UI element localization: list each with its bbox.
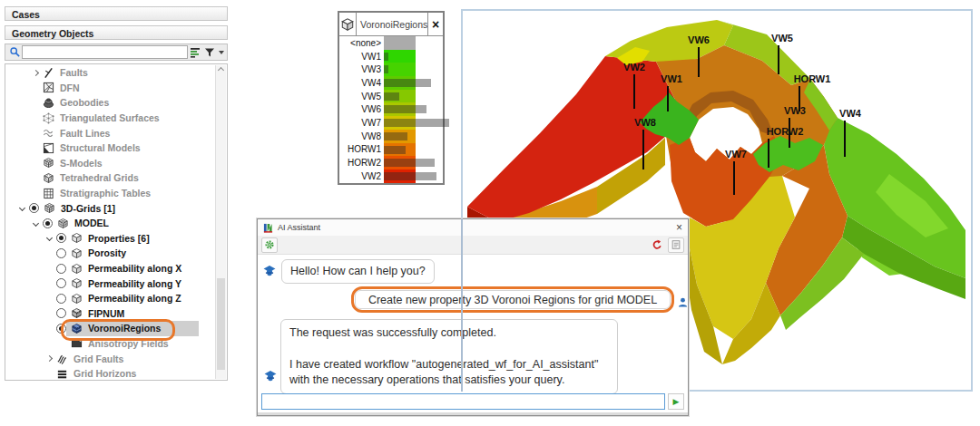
application-window: Cases Geometry Objects Faults DFN (0, 0, 980, 426)
legend-row[interactable]: VW4 (339, 76, 443, 90)
permeability-cube-icon (71, 292, 85, 305)
tree-item-structural-models[interactable]: Structural Models (6, 140, 215, 156)
tree-item-permeability-x[interactable]: Permeability along X (6, 261, 215, 276)
orange-annotation-box: Create new property 3D Voronoi Regions f… (351, 286, 674, 313)
filter-funnel-icon[interactable] (202, 46, 217, 59)
voronoi-cube-icon (71, 322, 85, 334)
legend-histogram-bar (384, 53, 388, 61)
radio-permeability-z[interactable] (56, 294, 66, 304)
scrollbar-thumb[interactable] (217, 278, 225, 369)
show-log-button[interactable] (668, 237, 684, 253)
legend-histogram-bar (384, 92, 399, 101)
user-message-bubble: Create new property 3D Voronoi Regions f… (355, 290, 671, 309)
legend-row[interactable]: VW5 (339, 90, 443, 103)
assistant-cap-icon (263, 370, 278, 383)
radio-properties[interactable] (56, 233, 66, 243)
tree-item-fault-lines[interactable]: Fault Lines (6, 125, 215, 140)
tree-item-grid-faults[interactable]: Grid Faults (6, 351, 215, 366)
undo-icon (652, 239, 662, 250)
scroll-up-icon[interactable] (218, 67, 224, 73)
geobodies-icon (43, 96, 57, 109)
legend-row[interactable]: VW8 (339, 130, 443, 143)
tree-item-stratigraphic-tables[interactable]: Stratigraphic Tables (6, 186, 215, 201)
legend-row[interactable]: <none> (339, 36, 443, 50)
assistant-cap-icon (262, 265, 277, 278)
chevron-down-icon[interactable] (43, 234, 56, 243)
tree-item-s-models[interactable]: S-Models (6, 156, 215, 171)
radio-3d-grids[interactable] (29, 203, 39, 213)
permeability-cube-icon (71, 277, 85, 290)
legend-histogram-bar (384, 119, 449, 127)
stratigraphic-tables-icon (43, 187, 57, 199)
legend-row[interactable]: VW7 (339, 116, 443, 130)
chevron-right-icon[interactable] (43, 354, 56, 363)
settings-gear-button[interactable] (261, 237, 278, 253)
legend-color-swatch (384, 50, 416, 63)
ai-assistant-logo-icon (263, 223, 273, 233)
voronoi-legend-panel: VoronoiRegions × <none> VW1 VW3 VW4 VW5 (338, 11, 445, 185)
legend-cube-icon (339, 13, 357, 35)
result-line: I have created workflow "autogenerated_w… (289, 357, 609, 388)
radio-permeability-x[interactable] (56, 264, 66, 274)
tree-item-permeability-y[interactable]: Permeability along Y (6, 276, 215, 291)
legend-close-icon[interactable]: × (427, 13, 443, 35)
geometry-objects-panel-header[interactable]: Geometry Objects (5, 25, 228, 40)
well-label: HORW2 (767, 126, 804, 137)
radio-fipnum[interactable] (56, 308, 66, 318)
tree-item-model[interactable]: MODEL (6, 216, 215, 231)
legend-header[interactable]: VoronoiRegions × (339, 13, 443, 36)
well-label: VW4 (839, 108, 862, 119)
legend-row[interactable]: HORW2 (339, 156, 443, 169)
tree-item-tetrahedral-grids[interactable]: Tetrahedral Grids (6, 170, 215, 186)
person-icon (677, 296, 689, 308)
tree-scrollbar[interactable] (215, 65, 226, 379)
legend-row[interactable]: VW2 (339, 169, 443, 183)
chevron-down-icon[interactable] (15, 204, 29, 213)
dialog-title-bar[interactable]: AI Assistant × (258, 219, 688, 237)
chat-input[interactable] (261, 393, 665, 410)
well-label: VW3 (784, 105, 806, 116)
tree-item-triangulated-surfaces[interactable]: Triangulated Surfaces (6, 111, 215, 126)
radio-permeability-y[interactable] (56, 278, 66, 288)
cases-panel-header[interactable]: Cases (5, 6, 228, 21)
dialog-bottom-edge (258, 412, 688, 415)
legend-color-swatch (384, 36, 416, 50)
gear-icon (264, 239, 275, 250)
well-label: VW2 (623, 62, 645, 73)
legend-row[interactable]: VW6 (339, 102, 443, 116)
search-input[interactable] (22, 45, 188, 59)
tree-item-3d-grids[interactable]: 3D-Grids [1] (6, 200, 215, 216)
filter-dropdown-icon[interactable] (217, 46, 225, 59)
sort-list-icon[interactable] (188, 46, 202, 59)
reset-conversation-button[interactable] (649, 237, 665, 253)
tree-item-voronoiregions[interactable]: VoronoiRegions (6, 321, 215, 336)
well-label: VW6 (688, 34, 710, 45)
tree-item-grid-horizons[interactable]: Grid Horizons (6, 366, 215, 379)
close-icon[interactable]: × (676, 223, 682, 232)
chevron-right-icon[interactable] (29, 68, 43, 77)
radio-porosity[interactable] (56, 248, 66, 258)
legend-row[interactable]: HORW1 (339, 143, 443, 157)
legend-row[interactable]: VW3 (339, 63, 443, 76)
search-toolbar (5, 44, 228, 61)
legend-row[interactable]: VW1 (339, 50, 443, 63)
radio-voronoiregions[interactable] (56, 324, 66, 334)
structural-models-icon (43, 141, 57, 154)
tree-item-faults[interactable]: Faults (6, 65, 215, 81)
radio-model[interactable] (43, 218, 53, 228)
tree-item-fipnum[interactable]: FIPNUM (6, 306, 215, 322)
fault-lines-icon (43, 127, 57, 140)
assistant-result-bubble: The request was successfully completed. … (280, 319, 618, 394)
grid-horizons-icon (56, 367, 71, 379)
tree-item-permeability-z[interactable]: Permeability along Z (6, 291, 215, 306)
well-label: VW8 (634, 117, 656, 128)
chevron-down-icon[interactable] (29, 218, 43, 228)
tree-item-dfn[interactable]: DFN (6, 81, 215, 96)
ai-assistant-dialog: AI Assistant × Hello! How can I help you… (257, 218, 689, 416)
tree-item-geobodies[interactable]: Geobodies (6, 95, 215, 111)
tree-item-porosity[interactable]: Porosity (6, 246, 215, 261)
send-button[interactable]: ▶ (668, 393, 684, 410)
tree-item-anisotropy-fields[interactable]: Anisotropy Fields (6, 336, 215, 352)
tree-item-properties[interactable]: Properties [6] (6, 231, 215, 247)
search-icon (7, 46, 22, 59)
